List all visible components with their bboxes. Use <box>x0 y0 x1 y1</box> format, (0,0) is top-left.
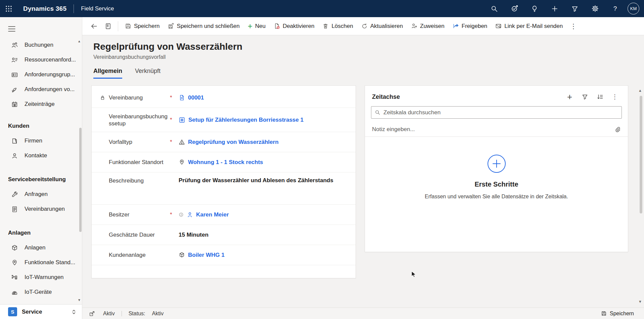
tab-verknuepft[interactable]: Verknüpft <box>135 68 160 79</box>
content-scroll-down-arrow[interactable]: ▼ <box>638 300 642 304</box>
sidebar-item-funktionale-standorte[interactable]: Funktionale Stand... <box>0 255 82 270</box>
footer-save-button[interactable]: Speichern <box>601 311 634 317</box>
sidebar-item-buchungen[interactable]: Buchungen <box>0 38 82 52</box>
sidebar-item-anlagen[interactable]: Anlagen <box>0 240 82 255</box>
form-selector-icon[interactable] <box>101 19 115 33</box>
timeline-add-icon[interactable]: + <box>564 92 575 102</box>
asset-cube-icon <box>179 252 185 258</box>
search-icon[interactable] <box>487 1 502 16</box>
field-row-kundenanlage: Kundenanlage Boiler WHG 1 <box>92 245 356 265</box>
sidebar-item-kontakte[interactable]: Kontakte <box>0 148 82 163</box>
sidebar-item-label: Buchungen <box>25 42 53 48</box>
topbar-actions: ? KM <box>487 1 644 16</box>
sidebar-item-label: Kontakte <box>25 152 47 159</box>
user-avatar[interactable]: KM <box>628 3 639 14</box>
sidebar-scrollbar-thumb[interactable] <box>79 128 82 232</box>
sidebar-item-label: Zeiteinträge <box>25 101 55 108</box>
timeline-title: Zeitachse <box>372 93 400 101</box>
area-switcher[interactable]: S Service <box>0 304 82 319</box>
expand-icon[interactable] <box>89 311 95 317</box>
help-icon[interactable]: ? <box>607 1 623 16</box>
timeline-more-button[interactable]: ⋮ <box>609 92 620 102</box>
content-scroll-up-arrow[interactable]: ▲ <box>638 88 642 92</box>
back-button[interactable] <box>87 19 101 33</box>
get-started-plus-icon[interactable] <box>487 154 506 173</box>
wrench-icon <box>11 191 18 198</box>
field-row-vereinbarungsbuchungssetup: Vereinbarungsbuchungssetup * Setup für Z… <box>92 108 356 132</box>
new-button[interactable]: + Neu <box>244 19 270 34</box>
field-label: Vereinbarung <box>109 94 169 101</box>
tab-allgemein[interactable]: Allgemein <box>93 68 122 79</box>
sidebar-item-ressourcenanforderungen[interactable]: Ressourcenanford... <box>0 52 82 67</box>
field-row-funktionaler-standort: Funktionaler Standort Wohnung 1 - 1 Stoc… <box>92 152 356 172</box>
sidebar-item-label: Anfragen <box>25 191 48 198</box>
site-map-sidebar: ▲ Buchungen Ressourcenanford... Anforder… <box>0 17 82 319</box>
quick-create-plus-icon[interactable] <box>547 1 562 16</box>
sidebar-item-firmen[interactable]: Firmen <box>0 133 82 148</box>
sidebar-item-label: Anforderungsgrup... <box>25 71 75 78</box>
refresh-icon <box>361 23 368 29</box>
sidebar-item-label: Firmen <box>25 137 42 144</box>
waffle-menu-icon[interactable] <box>0 0 17 17</box>
app-name[interactable]: Field Service <box>81 5 114 12</box>
timeline-empty-state: Erste Schritte Erfassen und verwalten Si… <box>365 154 628 200</box>
check-circle-icon[interactable] <box>507 1 522 16</box>
content-scrollbar-thumb[interactable] <box>640 96 642 213</box>
page-subtitle: Vereinbarungsbuchungsvorfall <box>93 54 242 60</box>
product-name[interactable]: Dynamics 365 <box>23 5 66 12</box>
field-value-link[interactable]: Setup für Zählerlesungen Borriesstrasse … <box>188 117 304 123</box>
share-button[interactable]: Freigeben <box>449 19 492 34</box>
deactivate-button[interactable]: Deaktivieren <box>270 19 319 34</box>
timeline-search-input[interactable] <box>383 109 618 116</box>
field-value-link[interactable]: Karen Meier <box>196 211 229 218</box>
sidebar-item-iot-warnungen[interactable]: IoT-Warnungen <box>0 270 82 285</box>
delete-button[interactable]: Löschen <box>318 19 357 34</box>
field-label: Funktionaler Standort <box>109 159 169 166</box>
field-value-link[interactable]: Boiler WHG 1 <box>188 252 225 258</box>
refresh-button[interactable]: Aktualisieren <box>357 19 407 34</box>
more-commands-button[interactable]: ⋮ <box>567 19 580 34</box>
command-bar: Speichern Speichern und schließen + Neu … <box>82 17 644 35</box>
main-area: Speichern Speichern und schließen + Neu … <box>82 17 644 319</box>
sidebar-item-anforderungen-von[interactable]: Anforderungen vo... <box>0 82 82 97</box>
sidebar-item-anforderungsgruppen[interactable]: Anforderungsgrup... <box>0 67 82 82</box>
field-value-text[interactable]: 15 Minuten <box>179 232 209 238</box>
plant-hand-icon <box>11 86 18 93</box>
field-row-vereinbarung: Vereinbarung * 00001 <box>92 88 356 108</box>
settings-gear-icon[interactable] <box>587 1 603 16</box>
timeline-filter-icon[interactable] <box>579 92 590 102</box>
save-button[interactable]: Speichern <box>121 19 164 34</box>
area-label: Service <box>22 309 42 315</box>
email-icon <box>495 23 502 29</box>
status-label: Status: <box>129 311 145 317</box>
sidebar-item-vereinbarungen[interactable]: Vereinbarungen <box>0 202 82 216</box>
new-plus-icon: + <box>248 23 252 29</box>
hamburger-menu-icon[interactable] <box>8 26 82 32</box>
save-and-close-button[interactable]: Speichern und schließen <box>164 19 244 34</box>
command-divider <box>118 21 118 31</box>
paperclip-icon[interactable] <box>614 126 620 132</box>
timeline-sort-icon[interactable] <box>594 92 605 102</box>
field-row-beschreibung: Beschreibung Prüfung der Wasserzähler un… <box>92 172 356 205</box>
sidebar-item-anfragen[interactable]: Anfragen <box>0 187 82 202</box>
sidebar-item-zeiteintraege[interactable]: Zeiteinträge <box>0 97 82 112</box>
assign-button[interactable]: Zuweisen <box>407 19 449 34</box>
lightbulb-icon[interactable] <box>527 1 542 16</box>
required-asterisk: * <box>169 139 175 146</box>
note-input-row[interactable]: Notiz eingeben... <box>365 122 628 137</box>
field-value-link[interactable]: 00001 <box>188 94 204 101</box>
general-form-card: Vereinbarung * 00001 Vereinbarungsbuchun… <box>91 85 356 278</box>
page-title: Regelprüfung von Wasserzählern <box>93 41 242 52</box>
sidebar-scroll-down-arrow[interactable]: ▼ <box>78 298 81 302</box>
sidebar-item-iot-geraete[interactable]: IoT-Geräte <box>0 285 82 300</box>
email-link-button[interactable]: Link per E-Mail senden <box>491 19 567 34</box>
person-icon <box>11 152 18 159</box>
field-value-link[interactable]: Wohnung 1 - 1 Stock rechts <box>188 159 263 166</box>
timeline-search-box <box>371 106 622 119</box>
field-label: Vereinbarungsbuchungssetup <box>109 113 169 127</box>
field-value-text[interactable]: Prüfung der Wasserzähler und Ablesen des… <box>179 177 333 184</box>
field-label: Beschreibung <box>109 177 169 184</box>
field-value-link[interactable]: Regelprüfung von Wasserzählern <box>188 139 279 146</box>
filter-icon[interactable] <box>567 1 583 16</box>
status-divider <box>122 311 122 316</box>
